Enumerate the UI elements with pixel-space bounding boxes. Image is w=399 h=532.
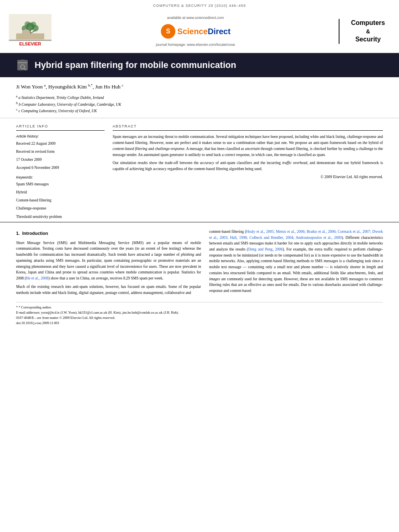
cs-title-line3: Security: [345, 35, 391, 44]
affiliation-a: a a Statistics Department, Trinity Colle…: [16, 94, 383, 101]
svg-text:S: S: [166, 28, 171, 35]
cs-ampersand: &: [345, 27, 391, 35]
keyword-4: Challenge-response: [16, 205, 105, 211]
keyword-2: Hybrid: [16, 189, 105, 195]
authors-section: Ji Won Yoon a, Hyoungshick Kim b,*, Jun …: [0, 77, 399, 118]
abstract-col: ABSTRACT Spam messages are an increasing…: [113, 124, 383, 222]
journal-citation: COMPUTERS & SECURITY 29 (2010) 446–459: [153, 4, 246, 8]
journal-info-bar: COMPUTERS & SECURITY 29 (2010) 446–459: [0, 0, 399, 10]
section-1-heading: 1. Introduction: [16, 230, 201, 237]
received-date-1: Received 22 August 2009: [16, 141, 105, 146]
computers-security-box: Computers & Security: [339, 19, 391, 44]
abstract-para-1: Spam messages are an increasing threat t…: [113, 134, 383, 158]
corresponding-note: * * Corresponding author.: [16, 305, 383, 310]
body-left-col: 1. Introduction Short Message Service (S…: [16, 229, 201, 298]
header-banner: ELSEVIER available at www.sciencedirect.…: [0, 10, 399, 53]
article-info-title: ARTICLE INFO: [16, 124, 105, 131]
title-bar: Hybrid spam filtering for mobile communi…: [0, 53, 399, 77]
accepted-date: Accepted 6 November 2009: [16, 165, 105, 170]
email-line: E-mail addresses: yoonj@tcd.ie (J.W. Yoo…: [16, 310, 383, 315]
body-content: 1. Introduction Short Message Service (S…: [0, 222, 399, 298]
author-1: Ji Won Yoon a: [16, 84, 46, 90]
header-center: available at www.sciencedirect.com S Sci…: [52, 15, 339, 47]
author-3: Jun Ho Huh c: [95, 84, 123, 90]
article-history-label: Article history:: [16, 134, 105, 139]
abstract-para-2: Our simulation results show the trade-of…: [113, 160, 383, 172]
svg-rect-12: [16, 33, 44, 39]
available-text: available at www.sciencedirect.com: [167, 15, 224, 21]
intro-para-2: Much of the existing research into anti-…: [16, 284, 201, 296]
authors-line: Ji Won Yoon a, Hyoungshick Kim b,*, Jun …: [16, 83, 383, 91]
issn-line: 0167-4048/$ – see front matter © 2009 El…: [16, 315, 383, 320]
affiliation-b: b b Computer Laboratory, University of C…: [16, 101, 383, 107]
article-info-col: ARTICLE INFO Article history: Received 2…: [16, 124, 105, 222]
svg-point-11: [31, 22, 36, 27]
elsevier-logo: ELSEVIER: [8, 13, 52, 49]
received-revised-label: Received in revised form: [16, 149, 105, 154]
footer-section: * * Corresponding author. E-mail address…: [16, 302, 383, 329]
svg-point-10: [25, 21, 30, 27]
author-2: Hyoungshick Kim b,*: [48, 84, 93, 90]
paper-title: Hybrid spam filtering for mobile communi…: [35, 59, 236, 72]
cs-title-line1: Computers: [345, 19, 391, 27]
article-info-abstract: ARTICLE INFO Article history: Received 2…: [0, 118, 399, 222]
keyword-5: Threshold sensitivity problem: [16, 214, 105, 220]
journal-homepage: journal homepage: www.elsevier.com/locat…: [156, 42, 235, 47]
intro-para-1: Short Message Service (SMS) and Multimed…: [16, 240, 201, 281]
keyword-1: Spam SMS messages: [16, 181, 105, 187]
svg-text:ELSEVIER: ELSEVIER: [19, 41, 41, 46]
right-para-1: content-based filtering (Healy et al., 2…: [209, 229, 383, 294]
keywords-label: Keywords:: [16, 175, 105, 180]
abstract-title: ABSTRACT: [113, 124, 383, 131]
sciencedirect-logo: S ScienceDirect: [160, 24, 230, 39]
doi-line: doi:10.1016/j.cose.2009.11.003: [16, 320, 383, 326]
revised-date: 17 October 2009: [16, 157, 105, 162]
paper-icon: [16, 59, 29, 72]
affiliation-c: c c Computing Laboratory, University of …: [16, 107, 383, 114]
body-right-col: content-based filtering (Healy et al., 2…: [209, 229, 383, 298]
keyword-3: Content-based filtering: [16, 197, 105, 203]
sd-logo-text: ScienceDirect: [177, 26, 230, 37]
keywords-section: Keywords: Spam SMS messages Hybrid Conte…: [16, 175, 105, 220]
abstract-copyright: © 2009 Elsevier Ltd. All rights reserved…: [113, 175, 383, 180]
